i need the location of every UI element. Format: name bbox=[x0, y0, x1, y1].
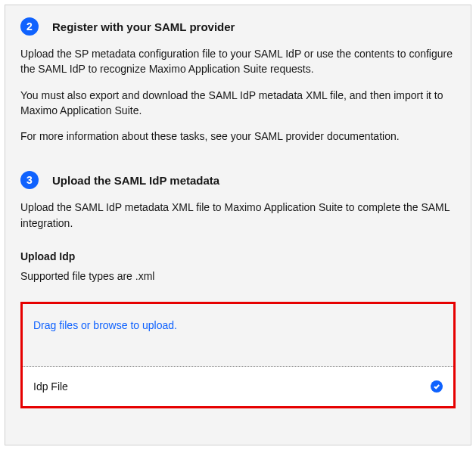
step-2-title: Register with your SAML provider bbox=[52, 20, 235, 33]
upload-idp-label: Upload Idp bbox=[20, 250, 456, 262]
step-2-badge: 2 bbox=[20, 17, 39, 36]
saml-config-panel: 2 Register with your SAML provider Uploa… bbox=[5, 5, 471, 445]
step-2-paragraph-3: For more information about these tasks, … bbox=[20, 129, 456, 144]
upload-area-highlight: Drag files or browse to upload. Idp File bbox=[20, 302, 456, 408]
step-3-paragraph-1: Upload the SAML IdP metadata XML file to… bbox=[20, 200, 456, 231]
step-3-title: Upload the SAML IdP metadata bbox=[52, 174, 219, 187]
step-2-paragraph-1: Upload the SP metadata configuration fil… bbox=[20, 46, 456, 77]
upload-helper-text: Supported file types are .xml bbox=[20, 270, 456, 282]
step-3-badge: 3 bbox=[20, 171, 39, 189]
uploaded-file-row[interactable]: Idp File bbox=[23, 367, 453, 406]
step-2-number: 2 bbox=[26, 20, 33, 33]
step-3-number: 3 bbox=[26, 174, 33, 186]
step-3-header: 3 Upload the SAML IdP metadata bbox=[20, 171, 456, 189]
drop-zone-text: Drag files or browse to upload. bbox=[33, 319, 177, 331]
uploaded-file-name: Idp File bbox=[33, 380, 68, 393]
step-2-paragraph-2: You must also export and download the SA… bbox=[20, 88, 456, 119]
step-2-header: 2 Register with your SAML provider bbox=[20, 17, 456, 36]
checkmark-filled-icon bbox=[431, 380, 443, 393]
file-drop-zone[interactable]: Drag files or browse to upload. bbox=[23, 304, 453, 367]
